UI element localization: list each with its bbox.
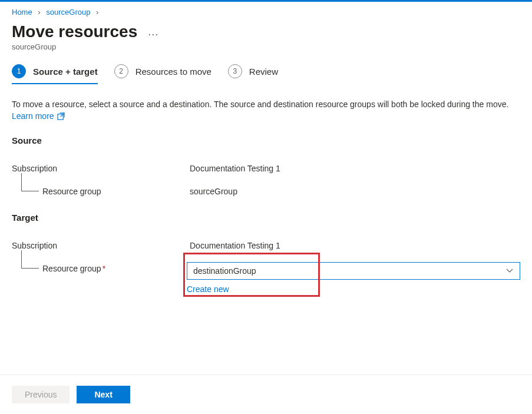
required-marker: * — [103, 264, 105, 273]
more-icon[interactable]: ··· — [148, 24, 158, 41]
breadcrumb-group[interactable]: sourceGroup — [46, 8, 90, 16]
step-number: 1 — [12, 64, 26, 78]
target-rg-row: Resource group* Create new — [12, 262, 520, 294]
title-row: Move resources ··· — [0, 20, 532, 41]
breadcrumb: Home › sourceGroup › — [0, 2, 532, 20]
breadcrumb-sep: › — [38, 8, 40, 16]
source-rg-row: Resource group sourceGroup — [12, 185, 520, 196]
next-button[interactable]: Next — [77, 386, 130, 403]
breadcrumb-sep: › — [96, 8, 98, 16]
source-subscription-row: Subscription Documentation Testing 1 — [12, 162, 520, 173]
create-new-link[interactable]: Create new — [187, 284, 229, 294]
wizard-tabs: 1 Source + target 2 Resources to move 3 … — [0, 61, 532, 84]
field-value: sourceGroup — [190, 185, 520, 196]
field-value: Documentation Testing 1 — [190, 162, 520, 173]
step-number: 2 — [114, 64, 128, 78]
field-label: Resource group — [12, 185, 190, 196]
field-label: Resource group* — [12, 262, 187, 273]
footer-actions: Previous Next — [0, 375, 532, 414]
step-label: Source + target — [33, 67, 98, 77]
target-rg-select[interactable] — [187, 262, 520, 280]
breadcrumb-home[interactable]: Home — [12, 8, 32, 16]
tab-review[interactable]: 3 Review — [228, 61, 278, 84]
source-heading: Source — [12, 135, 520, 145]
target-heading: Target — [12, 213, 520, 223]
page-subtitle: sourceGroup — [0, 41, 532, 61]
tab-source-target[interactable]: 1 Source + target — [12, 61, 98, 84]
field-label: Subscription — [12, 162, 190, 173]
page-title: Move resources — [12, 22, 137, 41]
step-label: Review — [249, 67, 278, 77]
external-link-icon — [57, 112, 65, 120]
tab-resources-to-move[interactable]: 2 Resources to move — [114, 61, 212, 84]
step-label: Resources to move — [136, 67, 212, 77]
field-value-area: Create new — [187, 262, 520, 294]
learn-more-link[interactable]: Learn more — [12, 111, 65, 121]
select-wrapper — [187, 262, 520, 280]
target-subscription-row: Subscription Documentation Testing 1 — [12, 239, 520, 250]
content-area: To move a resource, select a source and … — [0, 84, 532, 294]
intro-text: To move a resource, select a source and … — [12, 98, 520, 122]
previous-button[interactable]: Previous — [12, 386, 70, 403]
field-value: Documentation Testing 1 — [190, 239, 520, 250]
intro-body: To move a resource, select a source and … — [12, 100, 508, 109]
step-number: 3 — [228, 64, 242, 78]
field-label: Subscription — [12, 239, 190, 250]
